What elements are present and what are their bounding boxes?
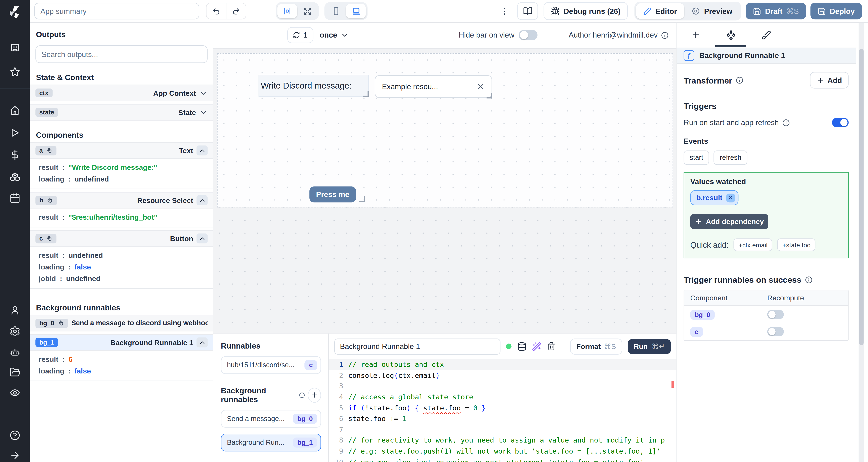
code-line-4[interactable]: 4// access a global state store [329, 392, 677, 402]
style-tab[interactable] [761, 30, 771, 40]
text-component[interactable]: Write Discord message: [259, 75, 368, 96]
chevron-up-button[interactable] [196, 337, 208, 348]
scrollbar-thumb[interactable] [859, 48, 864, 345]
preview-tab[interactable]: Preview [684, 3, 740, 19]
add-transformer-button[interactable]: Add [810, 72, 849, 89]
output-row-bg_1[interactable]: bg_1Background Runnable 1 [30, 334, 213, 351]
add-component-tab[interactable] [691, 30, 701, 40]
chevron-down-icon[interactable] [199, 108, 208, 117]
canvas-grid-container[interactable]: Write Discord message: Example resou... … [217, 53, 673, 207]
component-id-badge[interactable]: c [35, 234, 57, 243]
desktop-view-button[interactable] [346, 4, 366, 18]
redo-button[interactable] [226, 3, 246, 19]
delete-trash-icon[interactable] [547, 342, 556, 351]
add-background-runnable-button[interactable] [308, 388, 321, 402]
vertical-scrollbar[interactable] [859, 22, 864, 462]
event-chip-start[interactable]: start [684, 151, 710, 165]
output-field[interactable]: loading:false [30, 261, 213, 273]
runnable-card-bg_1[interactable]: Background Run...bg_1 [221, 434, 321, 451]
component-id-badge[interactable]: b [35, 196, 57, 205]
runnable-name-input[interactable]: Background Runnable 1 [334, 338, 500, 354]
favorites-star-icon[interactable] [9, 66, 21, 77]
undo-button[interactable] [207, 3, 226, 19]
watched-chip-b.result[interactable]: b.result [690, 190, 739, 205]
press-me-button-component[interactable]: Press me [309, 186, 356, 202]
output-row-ctx[interactable]: ctxApp Context [30, 85, 213, 101]
resize-handle-icon[interactable] [363, 91, 369, 97]
component-id-badge[interactable]: ctx [35, 89, 52, 97]
code-line-2[interactable]: 2console.log(ctx.email) [329, 370, 677, 381]
refresh-mode-dropdown[interactable]: once [320, 31, 349, 39]
recompute-toggle-bg_0[interactable] [767, 310, 784, 319]
home-icon[interactable] [9, 105, 21, 116]
help-icon[interactable] [9, 430, 21, 441]
search-outputs-input[interactable]: Search outputs... [35, 45, 208, 63]
code-area[interactable]: 1// read outputs and ctx2console.log(ctx… [329, 359, 677, 462]
recompute-toggle-c[interactable] [767, 327, 784, 336]
collapse-arrow-icon[interactable] [9, 450, 21, 461]
add-dependency-button[interactable]: Add dependency [690, 214, 768, 229]
quick-add-chip[interactable]: +ctx.email [734, 238, 772, 251]
component-id-badge[interactable]: bg_1 [35, 338, 58, 347]
cache-database-icon[interactable] [517, 341, 526, 351]
output-row-a[interactable]: aText [30, 142, 213, 159]
code-line-5[interactable]: 5if (!state.foo) { state.foo = 0 } [329, 402, 677, 413]
draft-button[interactable]: Draft⌘S [746, 3, 806, 20]
workers-bot-icon[interactable] [9, 347, 21, 358]
output-field[interactable]: result:"$res:u/henri/testing_bot" [30, 211, 213, 223]
resize-handle-icon[interactable] [487, 93, 492, 99]
output-row-bg_0[interactable]: bg_0Send a message to discord using webh… [30, 315, 213, 331]
mobile-view-button[interactable] [326, 4, 346, 18]
connections-tab[interactable] [726, 30, 736, 40]
chevron-down-icon[interactable] [199, 89, 208, 97]
resize-handle-icon[interactable] [359, 196, 365, 202]
info-icon[interactable] [805, 276, 812, 284]
resources-boxes-icon[interactable] [9, 171, 21, 182]
code-line-3[interactable]: 3 [329, 381, 677, 392]
run-button[interactable]: Run⌘↵ [628, 339, 671, 354]
settings-gear-icon[interactable] [9, 326, 21, 337]
output-field[interactable]: result:"Write Discord message:" [30, 161, 213, 173]
code-line-1[interactable]: 1// read outputs and ctx [329, 359, 677, 370]
info-icon[interactable] [661, 31, 669, 39]
quick-add-chip[interactable]: +state.foo [777, 238, 815, 251]
output-row-c[interactable]: cButton [30, 230, 213, 247]
fullscreen-layout-button[interactable] [297, 4, 317, 18]
centered-layout-button[interactable] [277, 4, 297, 18]
chevron-up-button[interactable] [196, 195, 208, 205]
format-button[interactable]: Format⌘S [570, 338, 622, 354]
hide-bar-toggle[interactable] [519, 30, 538, 40]
app-canvas[interactable]: Write Discord message: Example resou... … [213, 48, 677, 333]
output-row-b[interactable]: bResource Select [30, 192, 213, 209]
app-summary-input[interactable]: App summary [34, 3, 199, 20]
refresh-count-button[interactable]: 1 [287, 27, 313, 43]
component-id-badge[interactable]: state [35, 108, 58, 117]
ai-wand-icon[interactable] [532, 341, 541, 351]
component-id-badge[interactable]: a [35, 146, 57, 155]
output-field[interactable]: loading:undefined [30, 173, 213, 185]
windmill-logo-icon[interactable] [7, 4, 23, 20]
audit-eye-icon[interactable] [9, 387, 21, 398]
info-icon[interactable] [735, 76, 743, 84]
output-field[interactable]: result:undefined [30, 250, 213, 261]
runnable-card-bg_0[interactable]: Send a message...bg_0 [221, 410, 321, 428]
remove-chip-icon[interactable] [726, 193, 735, 202]
deploy-button[interactable]: Deploy [810, 3, 862, 20]
code-line-6[interactable]: 6state.foo += 1 [329, 413, 677, 424]
output-row-state[interactable]: stateState [30, 104, 213, 121]
code-line-7[interactable]: 7 [329, 424, 677, 435]
runs-play-icon[interactable] [9, 127, 21, 138]
run-on-start-toggle[interactable] [832, 118, 849, 127]
clear-selection-icon[interactable] [476, 82, 485, 91]
user-icon[interactable] [9, 305, 21, 316]
output-field[interactable]: loading:false [30, 365, 213, 377]
code-line-9[interactable]: 9// e.g: state.foo.push(1) will not work… [329, 446, 677, 457]
output-field[interactable]: jobId:undefined [30, 273, 213, 284]
chevron-up-button[interactable] [196, 145, 208, 156]
variables-dollar-icon[interactable] [9, 150, 21, 160]
debug-runs-button[interactable]: Debug runs (26) [544, 2, 628, 20]
event-chip-refresh[interactable]: refresh [714, 151, 747, 165]
more-menu-icon[interactable] [500, 6, 509, 16]
chevron-up-button[interactable] [196, 233, 208, 243]
docs-button[interactable] [517, 2, 538, 20]
